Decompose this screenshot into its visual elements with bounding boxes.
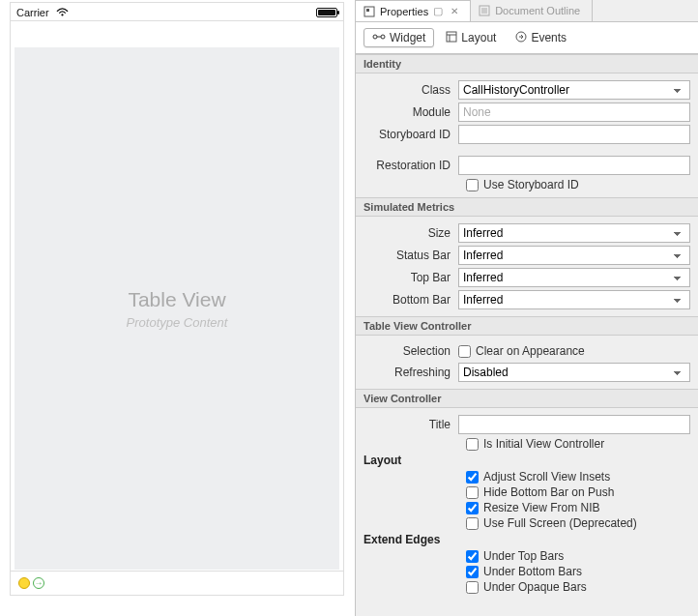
- label-storyboard-id: Storyboard ID: [364, 128, 458, 141]
- size-select[interactable]: Inferred: [458, 223, 690, 243]
- svg-rect-10: [447, 32, 456, 42]
- svg-point-0: [61, 14, 63, 15]
- section-tableview-controller: Table View Controller: [356, 316, 698, 336]
- under-opaque-label: Under Opaque Bars: [483, 580, 587, 594]
- layout-icon: [446, 31, 457, 45]
- svg-point-8: [381, 35, 385, 39]
- restoration-id-input[interactable]: [458, 156, 690, 175]
- bottombar-select[interactable]: Inferred: [458, 290, 690, 309]
- section-view-controller: View Controller: [356, 389, 698, 408]
- widget-icon: [372, 31, 386, 44]
- subtab-events[interactable]: Events: [508, 28, 574, 47]
- under-top-checkbox[interactable]: [466, 550, 479, 563]
- label-module: Module: [364, 105, 458, 119]
- inspector-subtabs: Widget Layout Events: [356, 22, 698, 54]
- svg-rect-2: [366, 9, 369, 12]
- storyboard-id-input[interactable]: [458, 125, 690, 144]
- scene-dock: →: [11, 571, 343, 595]
- tab-document-outline[interactable]: Document Outline: [471, 0, 593, 21]
- under-bottom-checkbox[interactable]: [466, 566, 479, 578]
- subtab-layout[interactable]: Layout: [438, 28, 504, 47]
- close-icon[interactable]: ✕: [451, 6, 458, 16]
- subtab-widget[interactable]: Widget: [364, 28, 434, 47]
- label-bottom-bar: Bottom Bar: [364, 293, 458, 307]
- resize-nib-label: Resize View From NIB: [483, 501, 599, 514]
- adjust-insets-label: Adjust Scroll View Insets: [483, 470, 610, 484]
- adjust-insets-checkbox[interactable]: [466, 471, 479, 484]
- status-bar: Carrier: [11, 3, 343, 21]
- statusbar-select[interactable]: Inferred: [458, 246, 690, 265]
- initial-vc-label: Is Initial View Controller: [483, 437, 604, 451]
- fullscreen-checkbox[interactable]: [466, 517, 479, 530]
- pin-icon[interactable]: ▢: [433, 5, 443, 17]
- section-identity: Identity: [356, 54, 698, 73]
- first-responder-icon[interactable]: [18, 577, 30, 589]
- use-storyboard-id-checkbox[interactable]: [466, 179, 479, 191]
- class-select[interactable]: CallHistoryController: [458, 80, 690, 100]
- clear-on-appearance-checkbox[interactable]: [458, 345, 471, 358]
- tableview-title: Table View: [128, 288, 225, 311]
- fullscreen-label: Use Full Screen (Deprecated): [483, 516, 637, 530]
- outline-icon: [479, 5, 490, 16]
- initial-vc-checkbox[interactable]: [466, 438, 479, 451]
- module-input[interactable]: [458, 103, 690, 122]
- carrier-label: Carrier: [16, 7, 69, 18]
- layout-heading: Layout: [364, 454, 690, 467]
- clear-on-appearance-label: Clear on Appearance: [476, 344, 585, 358]
- tab-properties[interactable]: Properties ▢ ✕: [356, 0, 471, 21]
- extend-edges-heading: Extend Edges: [364, 533, 690, 546]
- label-selection: Selection: [364, 344, 458, 358]
- label-class: Class: [364, 83, 458, 97]
- panel-tabs: Properties ▢ ✕ Document Outline: [356, 0, 698, 22]
- svg-point-7: [373, 35, 377, 39]
- design-canvas: Carrier Table View Prototype Content →: [0, 0, 355, 616]
- under-opaque-checkbox[interactable]: [466, 581, 479, 594]
- battery-icon: [316, 8, 337, 17]
- label-top-bar: Top Bar: [364, 271, 458, 284]
- under-top-label: Under Top Bars: [483, 549, 564, 563]
- label-size: Size: [364, 226, 458, 240]
- events-icon: [515, 31, 527, 45]
- label-title: Title: [364, 418, 458, 431]
- under-bottom-label: Under Bottom Bars: [483, 565, 582, 578]
- label-refreshing: Refreshing: [364, 366, 458, 379]
- wifi-icon: [56, 7, 69, 15]
- hide-bottom-label: Hide Bottom Bar on Push: [483, 485, 614, 499]
- label-status-bar: Status Bar: [364, 249, 458, 262]
- properties-icon: [364, 6, 375, 17]
- use-storyboard-id-label: Use Storyboard ID: [483, 178, 579, 191]
- section-simulated-metrics: Simulated Metrics: [356, 197, 698, 217]
- label-restoration-id: Restoration ID: [364, 159, 458, 172]
- resize-nib-checkbox[interactable]: [466, 502, 479, 514]
- topbar-select[interactable]: Inferred: [458, 268, 690, 287]
- hide-bottom-checkbox[interactable]: [466, 486, 479, 499]
- exit-icon[interactable]: →: [33, 577, 44, 589]
- tableview-placeholder[interactable]: Table View Prototype Content: [15, 47, 339, 570]
- title-input[interactable]: [458, 415, 690, 434]
- inspector-panel: Properties ▢ ✕ Document Outline Widget L…: [355, 0, 698, 616]
- tableview-subtitle: Prototype Content: [127, 315, 228, 330]
- device-simulator[interactable]: Carrier Table View Prototype Content →: [10, 2, 344, 596]
- refreshing-select[interactable]: Disabled: [458, 363, 690, 382]
